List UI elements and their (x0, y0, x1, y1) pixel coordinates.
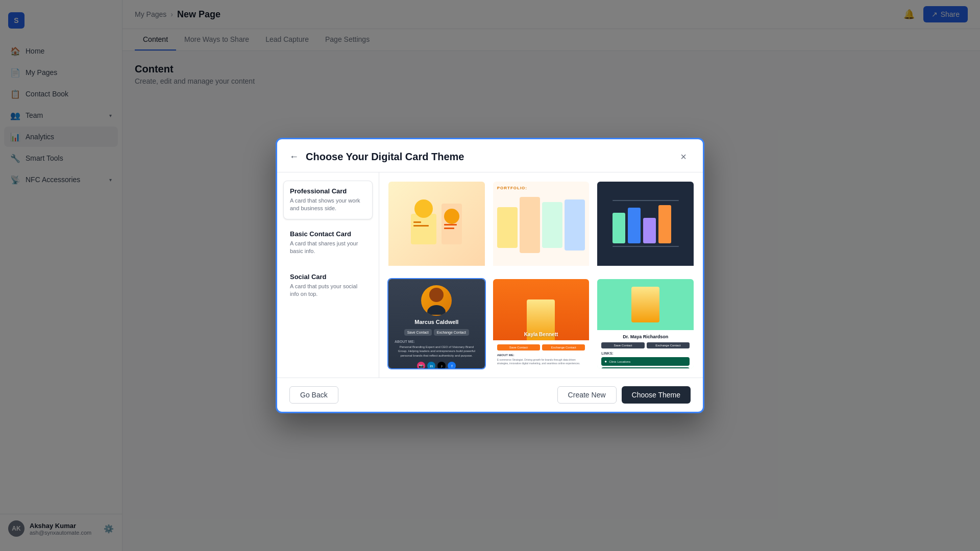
modal-body: Professional Card A card that shows your… (277, 172, 703, 378)
svg-rect-4 (413, 221, 421, 223)
card-type-social[interactable]: Social Card A card that puts your social… (283, 266, 373, 305)
svg-rect-10 (643, 218, 656, 243)
linkedin-icon[interactable]: in (427, 362, 435, 369)
preview-dark-visual (597, 182, 694, 266)
create-new-button[interactable]: Create New (557, 386, 617, 404)
kayla-name: Kayla Bennett (524, 332, 558, 337)
svg-rect-5 (413, 225, 429, 227)
kayla-btns: Save Contact Exchange Contact (497, 344, 585, 350)
marcus-exchange-btn[interactable]: Exchange Contact (434, 329, 469, 336)
modal-footer: Go Back Create New Choose Theme (277, 378, 703, 412)
modal-back-button[interactable]: ← (289, 152, 299, 162)
kayla-exchange-btn[interactable]: Exchange Contact (542, 344, 585, 350)
kayla-save-btn[interactable]: Save Contact (497, 344, 540, 350)
svg-rect-6 (444, 224, 457, 226)
card-previews-grid: PORTFOLIO: (379, 172, 703, 378)
modal-close-button[interactable]: × (676, 149, 691, 164)
card-type-basic-desc: A card that shares just your basic info. (290, 240, 366, 256)
kayla-instagram-icon[interactable]: 📷 (497, 368, 505, 369)
preview-card-dark[interactable] (596, 181, 695, 272)
card-type-social-desc: A card that puts your social info on top… (290, 283, 366, 298)
maya-name: Dr. Maya Richardson (601, 334, 690, 339)
card-type-professional-desc: A card that shows your work and business… (290, 197, 366, 213)
card-type-basic-name: Basic Contact Card (290, 230, 366, 238)
marcus-person-svg (424, 287, 449, 315)
card-type-basic[interactable]: Basic Contact Card A card that shares ju… (283, 223, 373, 262)
marcus-action-btns: Save Contact Exchange Contact (404, 329, 469, 336)
svg-rect-0 (411, 214, 436, 244)
modal-title: Choose Your Digital Card Theme (306, 151, 464, 163)
footer-right-actions: Create New Choose Theme (557, 386, 691, 404)
facebook-icon[interactable]: f (448, 362, 456, 369)
modal-overlay: ← Choose Your Digital Card Theme × Profe… (0, 0, 980, 551)
marcus-social-icons: 📷 in ♪ f (417, 362, 456, 369)
svg-rect-12 (612, 200, 679, 201)
maya-btns: Save Contact Exchange Contact (601, 342, 690, 348)
preview-maya-visual: Dr. Maya Richardson Save Contact Exchang… (597, 279, 694, 369)
svg-rect-13 (612, 246, 679, 247)
svg-point-15 (427, 305, 446, 315)
kayla-about-text: E-commerce Strategist. Driving growth fo… (497, 358, 585, 365)
preview-kayla-visual: Kayla Bennett Save Contact Exchange Cont… (493, 279, 590, 369)
preview-card-portfolio[interactable]: PORTFOLIO: (492, 181, 591, 272)
maya-save-btn[interactable]: Save Contact (601, 342, 644, 348)
professional-illustration (406, 193, 467, 255)
instagram-icon[interactable]: 📷 (417, 362, 425, 369)
maya-exchange-btn[interactable]: Exchange Contact (647, 342, 690, 348)
kayla-facebook-icon[interactable]: f (528, 368, 536, 369)
preview-marcus-visual: Marcus Caldwell Save Contact Exchange Co… (388, 279, 485, 369)
modal-header: ← Choose Your Digital Card Theme × (277, 139, 703, 172)
marcus-name: Marcus Caldwell (414, 319, 458, 325)
svg-point-1 (414, 199, 433, 218)
choose-theme-button[interactable]: Choose Theme (622, 386, 691, 404)
card-type-social-name: Social Card (290, 273, 366, 281)
marcus-save-btn[interactable]: Save Contact (404, 329, 432, 336)
kayla-linkedin-icon[interactable]: in (507, 368, 516, 369)
svg-rect-8 (612, 213, 625, 243)
go-back-button[interactable]: Go Back (289, 386, 338, 404)
maya-body: Dr. Maya Richardson Save Contact Exchang… (597, 330, 694, 369)
card-type-professional-name: Professional Card (290, 187, 366, 195)
svg-point-14 (429, 288, 444, 302)
kayla-about-label: ABOUT ME: (497, 354, 585, 357)
kayla-social-icons: 📷 in ♪ f (497, 368, 585, 369)
maya-link2[interactable]: ● Book a Checkup (601, 367, 690, 369)
kayla-body: Save Contact Exchange Contact ABOUT ME: … (493, 340, 590, 369)
modal-title-row: ← Choose Your Digital Card Theme (289, 151, 464, 163)
preview-card-professional[interactable] (387, 181, 486, 272)
marcus-about-label: ABOUT ME: (395, 340, 415, 343)
maya-link1[interactable]: ● Clinic Locations (601, 357, 690, 366)
marcus-photo (421, 285, 452, 316)
kayla-tiktok-icon[interactable]: ♪ (518, 368, 526, 369)
svg-rect-11 (658, 205, 671, 243)
maya-photo (631, 287, 659, 322)
svg-point-3 (444, 209, 459, 224)
portfolio-illustration (493, 182, 590, 257)
preview-card-kayla[interactable]: Kayla Bennett Save Contact Exchange Cont… (492, 278, 591, 369)
portfolio-label: PORTFOLIO: (497, 186, 527, 190)
choose-theme-modal: ← Choose Your Digital Card Theme × Profe… (276, 138, 704, 413)
svg-rect-7 (444, 228, 454, 229)
marcus-about-text: Personal Branding Expert and CEO of Visi… (395, 345, 479, 358)
dark-chart-svg (610, 197, 681, 248)
preview-card-maya[interactable]: Dr. Maya Richardson Save Contact Exchang… (596, 278, 695, 369)
preview-portfolio-visual: PORTFOLIO: (493, 182, 590, 266)
maya-header (597, 279, 694, 330)
card-type-professional[interactable]: Professional Card A card that shows your… (283, 181, 373, 219)
preview-card-marcus[interactable]: Marcus Caldwell Save Contact Exchange Co… (387, 278, 486, 369)
svg-rect-9 (628, 208, 641, 243)
dark-grid (610, 197, 681, 251)
preview-prof-visual (388, 182, 485, 266)
maya-links-label: LINKS: (601, 352, 690, 355)
maya-link1-icon: ● (604, 359, 607, 364)
card-types-panel: Professional Card A card that shows your… (277, 172, 379, 378)
kayla-header: Kayla Bennett (493, 279, 590, 340)
tiktok-icon[interactable]: ♪ (437, 362, 446, 369)
maya-link1-label: Clinic Locations (609, 360, 630, 363)
